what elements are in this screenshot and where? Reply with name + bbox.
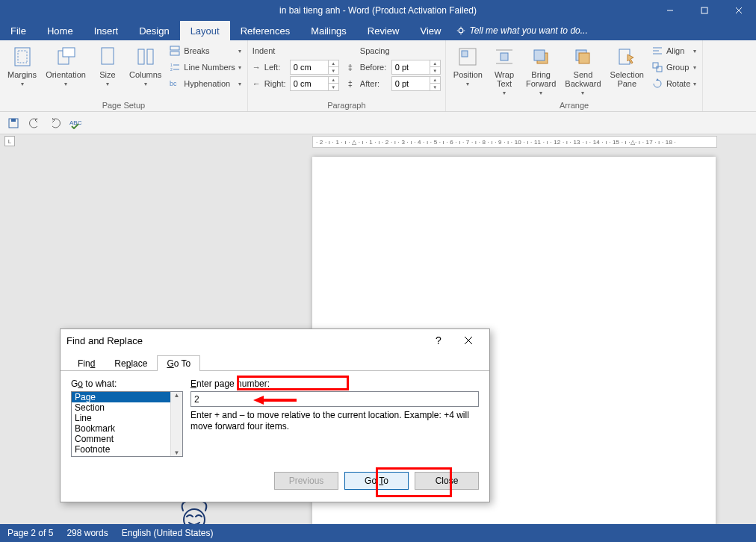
spellcheck-button[interactable]: ABC	[69, 116, 84, 131]
dialog-tab-replace[interactable]: Replace	[105, 355, 157, 371]
breaks-button[interactable]: Breaks▾	[167, 43, 242, 58]
hyphenation-button[interactable]: bcHyphenation▾	[167, 76, 242, 91]
list-item[interactable]: Comment	[72, 434, 170, 444]
list-item[interactable]: Footnote	[72, 444, 170, 455]
margins-button[interactable]: Margins▾	[4, 43, 40, 89]
tab-mailings[interactable]: Mailings	[300, 21, 357, 40]
indent-right-spinner[interactable]: ▲▼	[290, 76, 339, 91]
dialog-tab-find[interactable]: Find	[68, 355, 105, 371]
tab-home[interactable]: Home	[37, 21, 84, 40]
page-setup-label: Page Setup	[4, 99, 243, 111]
tab-layout[interactable]: Layout	[180, 21, 230, 40]
tab-insert[interactable]: Insert	[84, 21, 129, 40]
list-item[interactable]: Page	[72, 392, 170, 402]
save-button[interactable]	[6, 116, 21, 131]
indent-left-spinner[interactable]: ▲▼	[290, 60, 339, 75]
svg-rect-15	[147, 49, 153, 64]
svg-point-4	[459, 28, 464, 33]
list-item[interactable]: Section	[72, 402, 170, 413]
goto-what-listbox[interactable]: PageSectionLineBookmarkCommentFootnote ▲…	[71, 391, 183, 457]
size-button[interactable]: Size▾	[92, 43, 123, 89]
status-language[interactable]: English (United States)	[122, 528, 214, 538]
document-area: ThuthuatOffice TRI KY CUA DAN CONG SO Fi…	[0, 149, 756, 524]
wrap-text-button[interactable]: Wrap Text▾	[489, 43, 520, 98]
columns-label: Columns	[129, 70, 161, 79]
wrap-text-icon	[492, 45, 516, 69]
rotate-button[interactable]: Rotate▾	[650, 76, 698, 91]
dialog-help-button[interactable]: ?	[424, 329, 453, 352]
tab-view[interactable]: View	[409, 21, 451, 40]
group-objects-button[interactable]: Group▾	[650, 60, 698, 75]
indent-left-label: Left:	[264, 63, 288, 72]
minimize-button[interactable]	[653, 0, 687, 21]
selection-pane-button[interactable]: Selection Pane	[607, 43, 647, 90]
align-label: Align	[666, 46, 684, 55]
status-page[interactable]: Page 2 of 5	[7, 528, 53, 538]
bring-forward-label: Bring Forward	[526, 70, 556, 88]
svg-rect-14	[138, 49, 144, 64]
spin-down[interactable]: ▼	[328, 67, 338, 74]
columns-button[interactable]: Columns▾	[126, 43, 164, 89]
listbox-scrollbar[interactable]: ▲▼	[170, 392, 182, 456]
ruler-horizontal[interactable]: · 2 · ı · 1 · ı · △ · ı · 1 · ı · 2 · ı …	[312, 136, 717, 148]
breaks-label: Breaks	[184, 46, 209, 55]
svg-rect-29	[534, 50, 545, 60]
indent-right-value[interactable]	[291, 77, 328, 90]
status-words[interactable]: 298 words	[66, 528, 108, 538]
dialog-titlebar[interactable]: Find and Replace ?	[61, 329, 489, 352]
dialog-tab-goto[interactable]: Go To	[157, 355, 200, 371]
size-label: Size	[99, 70, 115, 79]
align-button[interactable]: Align▾	[650, 43, 698, 58]
app-titlebar: in bai tieng anh - Word (Product Activat…	[0, 0, 756, 21]
tab-file[interactable]: File	[0, 21, 37, 40]
bring-forward-button[interactable]: Bring Forward▾	[523, 43, 559, 98]
window-title: in bai tieng anh - Word (Product Activat…	[279, 5, 477, 16]
goto-button[interactable]: Go To	[344, 472, 409, 490]
ruler-corner[interactable]: L	[4, 136, 15, 146]
redo-button[interactable]	[48, 116, 63, 131]
list-item[interactable]: Line	[72, 413, 170, 423]
spin-up[interactable]: ▲	[328, 60, 338, 67]
group-arrange: Position▾ Wrap Text▾ Bring Forward▾ Send…	[446, 40, 703, 111]
tab-references[interactable]: References	[230, 21, 300, 40]
spin-down[interactable]: ▼	[328, 84, 338, 90]
spin-up[interactable]: ▲	[430, 77, 440, 84]
dialog-title: Find and Replace	[66, 335, 143, 346]
list-item[interactable]: Bookmark	[72, 423, 170, 434]
margins-label: Margins	[7, 70, 37, 79]
position-button[interactable]: Position▾	[450, 43, 486, 89]
spacing-before-spinner[interactable]: ▲▼	[391, 60, 441, 75]
close-window-button[interactable]	[722, 0, 756, 21]
ribbon-tabs: File Home Insert Design Layout Reference…	[0, 21, 756, 40]
position-icon	[456, 45, 480, 69]
svg-text:2: 2	[170, 67, 173, 72]
arrange-label: Arrange	[450, 99, 698, 111]
svg-rect-10	[18, 51, 27, 63]
dialog-close-button[interactable]	[453, 329, 483, 352]
spacing-after-value[interactable]	[392, 77, 430, 90]
spin-up[interactable]: ▲	[328, 77, 338, 84]
group-page-setup: Margins▾ Orientation▾ Size▾ Columns▾ Bre…	[0, 40, 248, 111]
send-backward-button[interactable]: Send Backward▾	[562, 43, 604, 98]
close-button[interactable]: Close	[415, 472, 479, 490]
page-number-input[interactable]	[190, 391, 479, 407]
spacing-after-spinner[interactable]: ▲▼	[391, 76, 441, 91]
spin-down[interactable]: ▼	[430, 67, 440, 74]
spacing-before-value[interactable]	[392, 60, 430, 74]
orientation-button[interactable]: Orientation▾	[43, 43, 89, 89]
spacing-before-label: Before:	[360, 63, 390, 72]
undo-button[interactable]	[27, 116, 42, 131]
indent-left-value[interactable]	[291, 60, 328, 74]
spin-down[interactable]: ▼	[430, 84, 440, 90]
columns-icon	[134, 45, 158, 69]
tell-me-input[interactable]: Tell me what you want to do...	[456, 21, 587, 40]
spin-up[interactable]: ▲	[430, 60, 440, 67]
send-backward-label: Send Backward	[565, 70, 601, 88]
position-label: Position	[453, 70, 483, 79]
tab-design[interactable]: Design	[128, 21, 179, 40]
tab-review[interactable]: Review	[357, 21, 410, 40]
line-numbers-button[interactable]: 12Line Numbers▾	[167, 60, 242, 75]
indent-header: Indent	[252, 46, 297, 55]
status-bar: Page 2 of 5 298 words English (United St…	[0, 524, 756, 542]
maximize-button[interactable]	[687, 0, 722, 21]
